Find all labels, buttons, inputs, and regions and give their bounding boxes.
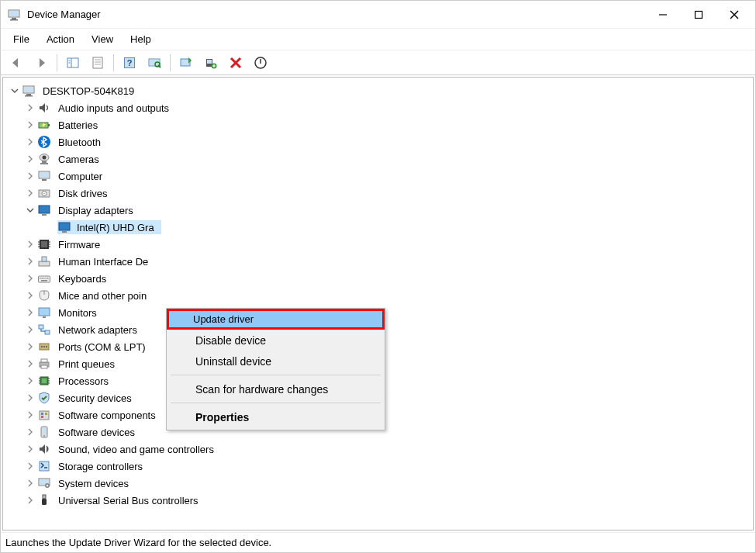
swdev-icon bbox=[37, 425, 51, 439]
port-icon bbox=[37, 340, 51, 354]
expand-toggle[interactable] bbox=[25, 427, 36, 437]
tree-device[interactable]: Intel(R) UHD Gra bbox=[6, 219, 750, 236]
tree-category[interactable]: Universal Serial Bus controllers bbox=[6, 492, 750, 509]
svg-rect-87 bbox=[41, 413, 43, 415]
svg-rect-89 bbox=[41, 416, 43, 418]
ctx-scan-hardware[interactable]: Scan for hardware changes bbox=[169, 378, 382, 399]
svg-rect-5 bbox=[696, 11, 702, 18]
tree-category[interactable]: Mice and other poin bbox=[6, 287, 750, 304]
expand-toggle[interactable] bbox=[25, 358, 36, 369]
maximize-button[interactable] bbox=[681, 3, 716, 26]
expand-toggle[interactable] bbox=[25, 375, 36, 386]
back-button[interactable] bbox=[5, 53, 27, 73]
uninstall-device-button[interactable] bbox=[225, 53, 247, 73]
expand-toggle[interactable] bbox=[25, 290, 36, 301]
tree-category[interactable]: Computer bbox=[6, 168, 750, 185]
expand-toggle[interactable] bbox=[25, 444, 36, 454]
tree-category[interactable]: Batteries bbox=[6, 116, 750, 133]
tree-category-label: Sound, video and game controllers bbox=[56, 443, 216, 456]
expand-toggle[interactable] bbox=[25, 324, 36, 335]
window-title: Device Manager bbox=[27, 9, 101, 20]
expand-toggle[interactable] bbox=[25, 341, 36, 352]
menubar: File Action View Help bbox=[1, 29, 755, 50]
svg-rect-65 bbox=[41, 280, 47, 282]
context-menu: Update driver Disable device Uninstall d… bbox=[166, 308, 385, 430]
expand-toggle[interactable] bbox=[25, 461, 36, 472]
svg-rect-62 bbox=[43, 278, 45, 279]
scan-hardware-button[interactable] bbox=[143, 53, 165, 73]
tree-category-label: Software devices bbox=[56, 426, 137, 439]
expand-toggle[interactable] bbox=[25, 154, 36, 164]
tree-category-label: Security devices bbox=[56, 392, 134, 405]
expand-toggle[interactable] bbox=[25, 478, 36, 489]
tree-category-label: Display adapters bbox=[56, 204, 136, 217]
tree-category[interactable]: Storage controllers bbox=[6, 458, 750, 475]
speaker-icon bbox=[37, 101, 51, 115]
tree-category[interactable]: Display adapters bbox=[6, 202, 750, 219]
update-driver-button[interactable] bbox=[175, 53, 197, 73]
svg-rect-68 bbox=[43, 316, 46, 318]
menu-view[interactable]: View bbox=[84, 30, 121, 48]
enable-device-button[interactable] bbox=[200, 53, 222, 73]
system-icon bbox=[37, 476, 51, 490]
tree-category[interactable]: System devices bbox=[6, 475, 750, 492]
properties-button[interactable] bbox=[87, 53, 109, 73]
expand-toggle[interactable] bbox=[25, 171, 36, 181]
svg-rect-99 bbox=[42, 499, 47, 505]
tree-category[interactable]: Keyboards bbox=[6, 270, 750, 287]
tree-category[interactable]: Audio inputs and outputs bbox=[6, 99, 750, 116]
menu-help[interactable]: Help bbox=[123, 30, 159, 48]
close-button[interactable] bbox=[716, 3, 752, 26]
svg-rect-57 bbox=[39, 261, 50, 266]
ctx-update-driver[interactable]: Update driver bbox=[167, 309, 385, 330]
expand-toggle[interactable] bbox=[25, 410, 36, 420]
expand-toggle[interactable] bbox=[25, 392, 36, 403]
tree-category[interactable]: Cameras bbox=[6, 150, 750, 168]
tree-category[interactable]: Human Interface De bbox=[6, 253, 750, 270]
expand-toggle[interactable] bbox=[25, 256, 36, 267]
ctx-disable-device-label: Disable device bbox=[195, 334, 266, 347]
expand-toggle[interactable] bbox=[25, 205, 36, 216]
ctx-properties-label: Properties bbox=[195, 411, 249, 423]
ctx-uninstall-device[interactable]: Uninstall device bbox=[169, 351, 382, 372]
expand-toggle[interactable] bbox=[25, 307, 36, 318]
usb-icon bbox=[37, 493, 51, 507]
tree-category-label: Keyboards bbox=[56, 272, 109, 285]
tree-category-label: System devices bbox=[56, 477, 131, 490]
swcomp-icon bbox=[37, 408, 51, 422]
menu-action[interactable]: Action bbox=[39, 30, 82, 48]
tree-category-label: Storage controllers bbox=[56, 460, 145, 473]
menu-file[interactable]: File bbox=[5, 30, 37, 48]
svg-rect-50 bbox=[41, 241, 47, 247]
svg-rect-46 bbox=[42, 214, 47, 216]
ctx-properties[interactable]: Properties bbox=[169, 406, 382, 427]
expand-toggle[interactable] bbox=[25, 119, 36, 130]
expand-toggle[interactable] bbox=[25, 273, 36, 284]
tree-category[interactable]: Firmware bbox=[6, 236, 750, 253]
expand-toggle[interactable] bbox=[25, 102, 36, 113]
tree-root[interactable]: DESKTOP-504K819 bbox=[6, 82, 750, 99]
disable-device-button[interactable] bbox=[250, 53, 271, 73]
titlebar: Device Manager bbox=[1, 1, 755, 29]
show-hide-console-tree-button[interactable] bbox=[62, 53, 84, 73]
svg-rect-40 bbox=[40, 172, 49, 178]
expand-toggle[interactable] bbox=[9, 85, 20, 96]
help-button[interactable]: ? bbox=[119, 53, 140, 73]
expand-toggle[interactable] bbox=[25, 137, 36, 147]
forward-button[interactable] bbox=[30, 53, 52, 73]
svg-rect-2 bbox=[12, 18, 16, 19]
expand-toggle[interactable] bbox=[25, 188, 36, 199]
svg-rect-41 bbox=[42, 179, 47, 181]
tree-category-label: Cameras bbox=[56, 153, 102, 166]
expand-toggle[interactable] bbox=[25, 239, 36, 250]
ctx-disable-device[interactable]: Disable device bbox=[169, 330, 382, 351]
svg-rect-31 bbox=[25, 95, 33, 97]
expand-toggle[interactable] bbox=[25, 495, 36, 506]
tree-category[interactable]: Disk drives bbox=[6, 185, 750, 202]
tree-category[interactable]: Sound, video and game controllers bbox=[6, 441, 750, 458]
svg-point-92 bbox=[43, 435, 45, 437]
minimize-button[interactable] bbox=[645, 3, 681, 26]
svg-rect-93 bbox=[40, 461, 49, 471]
tree-category[interactable]: Bluetooth bbox=[6, 133, 750, 150]
device-tree[interactable]: DESKTOP-504K819 Audio inputs and outputs… bbox=[2, 77, 754, 531]
